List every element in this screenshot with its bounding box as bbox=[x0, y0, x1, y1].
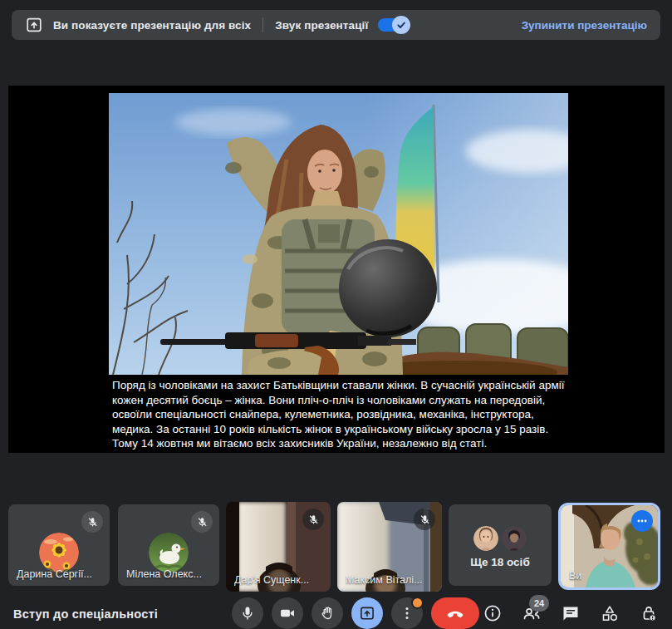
presentation-slide: Поряд із чоловіками на захист Батьківщин… bbox=[8, 86, 665, 453]
self-label: Ви bbox=[569, 570, 581, 582]
present-screen-icon bbox=[25, 16, 43, 34]
chat-panel-button[interactable] bbox=[561, 603, 581, 623]
end-call-icon bbox=[445, 603, 465, 623]
activities-icon bbox=[600, 603, 620, 623]
mic-muted-badge bbox=[191, 511, 213, 533]
toggle-knob bbox=[392, 16, 410, 34]
mic-icon bbox=[239, 605, 256, 622]
meeting-details-button[interactable] bbox=[483, 603, 503, 623]
raise-hand-icon bbox=[319, 605, 336, 622]
raise-hand-button[interactable] bbox=[311, 597, 343, 629]
host-controls-button[interactable] bbox=[639, 603, 659, 623]
meeting-panels: 24 bbox=[483, 603, 659, 623]
overflow-avatars bbox=[473, 526, 527, 551]
microphone-button[interactable] bbox=[232, 597, 263, 629]
call-controls bbox=[232, 597, 479, 629]
mic-off-icon bbox=[419, 514, 431, 526]
chat-icon bbox=[561, 603, 581, 623]
more-participants-label: Ще 18 осіб bbox=[449, 556, 552, 568]
more-participants-tile[interactable]: Ще 18 осіб bbox=[449, 504, 552, 586]
present-screen-icon bbox=[359, 605, 375, 622]
participant-name: Дар'я Сущенк... bbox=[234, 574, 309, 586]
sunflower-avatar-image bbox=[39, 533, 79, 572]
participant-count-badge: 24 bbox=[529, 595, 549, 612]
meeting-title: Вступ до спеціальності bbox=[13, 607, 158, 621]
end-call-button[interactable] bbox=[431, 597, 479, 629]
avatar bbox=[473, 526, 498, 551]
divider bbox=[262, 17, 263, 32]
camera-icon bbox=[279, 605, 296, 622]
slide-caption-text: Поряд із чоловіками на захист Батьківщин… bbox=[112, 378, 569, 451]
presentation-banner: Ви показуєте презентацію для всіх Звук п… bbox=[12, 10, 660, 40]
self-view-tile[interactable]: Ви bbox=[558, 503, 660, 590]
mic-off-icon bbox=[196, 516, 208, 528]
avatar bbox=[149, 533, 189, 572]
more-horizontal-icon bbox=[636, 515, 648, 527]
notification-dot bbox=[411, 597, 424, 609]
duck-avatar-image bbox=[149, 533, 189, 572]
avatar bbox=[39, 533, 79, 572]
present-screen-button[interactable] bbox=[351, 597, 383, 629]
mic-off-icon bbox=[86, 516, 99, 528]
participant-tile[interactable]: Дар'я Сущенк... bbox=[226, 502, 331, 592]
check-icon bbox=[395, 19, 407, 31]
presentation-sound-label: Звук презентації bbox=[275, 19, 368, 32]
participant-name: Максим Віталі... bbox=[346, 574, 423, 586]
lock-icon bbox=[639, 603, 659, 623]
mic-muted-badge bbox=[81, 511, 103, 533]
people-panel-button[interactable]: 24 bbox=[522, 603, 542, 623]
mic-muted-badge bbox=[302, 509, 324, 530]
avatar bbox=[502, 526, 527, 551]
participant-name: Дарина Сергії... bbox=[17, 568, 92, 580]
stop-presentation-button[interactable]: Зупинити презентацію bbox=[522, 19, 647, 32]
participant-tile[interactable]: Дарина Сергії... bbox=[8, 504, 110, 586]
mic-muted-badge bbox=[414, 509, 435, 530]
participant-tile[interactable]: Максим Віталі... bbox=[337, 502, 442, 592]
participant-name: Мілена Олекс... bbox=[126, 568, 202, 580]
participant-avatar-photo bbox=[473, 526, 498, 551]
participant-tile[interactable]: Мілена Олекс... bbox=[118, 504, 219, 586]
slide-photo-woman-soldier bbox=[109, 93, 568, 375]
camera-button[interactable] bbox=[272, 597, 303, 629]
activities-button[interactable] bbox=[600, 603, 620, 623]
presenting-label: Ви показуєте презентацію для всіх bbox=[53, 19, 251, 32]
mic-off-icon bbox=[307, 514, 320, 526]
self-tile-options-button[interactable] bbox=[631, 510, 653, 532]
presentation-sound-toggle[interactable] bbox=[378, 18, 408, 32]
participant-avatar-photo bbox=[502, 526, 527, 551]
info-icon bbox=[483, 603, 503, 623]
more-options-button[interactable] bbox=[391, 597, 423, 629]
